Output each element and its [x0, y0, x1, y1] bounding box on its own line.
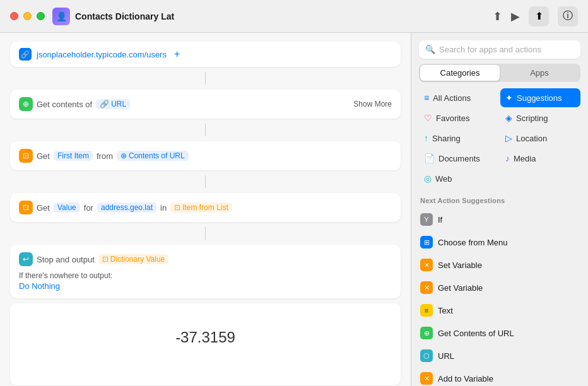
dict-icon: ⊡: [102, 255, 109, 264]
divider-2: [205, 124, 206, 136]
segment-control[interactable]: Categories Apps: [419, 64, 580, 82]
minimize-button[interactable]: [23, 12, 32, 20]
sug-icon-if: Y: [420, 213, 433, 226]
action-stop-output[interactable]: ↩ Stop and output ⊡ Dictionary Value If …: [10, 245, 401, 298]
action-label: Get contents of: [37, 100, 92, 109]
action-get-contents[interactable]: ⊕ Get contents of 🔗 URL Show More: [10, 90, 401, 119]
key-link[interactable]: address.geo.lat: [97, 202, 156, 213]
main-content: 🔗 jsonplaceholder.typicode.com/users + ⊕…: [0, 33, 588, 386]
right-panel: 🔍 Search for apps and actions Categories…: [411, 33, 588, 386]
action-get-value[interactable]: ⊡ Get Value for address.geo.lat in ⊡ Ite…: [10, 193, 401, 222]
play-button[interactable]: ▶: [511, 9, 520, 23]
storage-button[interactable]: ⬆: [529, 6, 549, 26]
action-icon-green: ⊕: [19, 97, 33, 111]
cat-sharing[interactable]: ↑ Sharing: [419, 129, 499, 148]
sug-label-add-variable: Add to Variable: [438, 374, 493, 383]
key-text: address.geo.lat: [101, 203, 153, 212]
app-icon: 👤: [52, 8, 70, 25]
item-text: Item from List: [182, 203, 228, 212]
cat-suggestions[interactable]: ✦ Suggestions: [500, 88, 580, 107]
do-nothing-link[interactable]: Do Nothing: [19, 281, 392, 291]
sug-label-choose-menu: Choose from Menu: [438, 238, 508, 247]
url-text: jsonplaceholder.typicode.com/users: [37, 50, 167, 59]
divider: [205, 72, 206, 85]
output-result-block: -37.3159: [10, 303, 401, 385]
cat-label-media: Media: [514, 154, 536, 163]
dict-value-link[interactable]: ⊡ Dictionary Value: [98, 254, 168, 264]
first-item-link[interactable]: First Item: [54, 151, 93, 161]
suggestion-get-contents-url[interactable]: ⊕ Get Contents of URL: [411, 322, 588, 344]
traffic-lights: [10, 12, 45, 20]
output-value: -37.3159: [175, 329, 235, 346]
show-more-button[interactable]: Show More: [353, 100, 392, 108]
action-get-first[interactable]: ⊡ Get First Item from ⊕ Contents of URL: [10, 141, 401, 170]
sug-icon-url: ⬡: [420, 349, 433, 362]
add-url-button[interactable]: +: [174, 49, 180, 60]
action-row: ⊕ Get contents of 🔗 URL Show More: [19, 97, 392, 111]
suggestion-set-variable[interactable]: ✕ Set Variable: [411, 254, 588, 276]
seg-apps[interactable]: Apps: [500, 65, 579, 81]
sug-icon-choose-menu: ⊞: [420, 236, 433, 249]
get-label: Get: [37, 151, 50, 161]
category-grid: ≡ All Actions ✦ Suggestions ♡ Favorites …: [419, 88, 580, 188]
sug-icon-text: ≡: [420, 304, 433, 317]
contents-link[interactable]: ⊕ Contents of URL: [117, 151, 189, 161]
cat-scripting[interactable]: ◈ Scripting: [500, 108, 580, 127]
divider-3: [205, 175, 206, 188]
suggestion-if[interactable]: Y If: [411, 208, 588, 231]
cat-icon-location: ▷: [505, 133, 512, 143]
suggestion-url[interactable]: ⬡ URL: [411, 344, 588, 367]
maximize-button[interactable]: [37, 12, 45, 20]
sug-label-if: If: [438, 215, 442, 225]
close-button[interactable]: [10, 12, 18, 20]
item-link[interactable]: ⊡ Item from List: [170, 202, 232, 213]
cat-icon-all: ≡: [424, 93, 429, 103]
item-icon: ⊡: [174, 203, 180, 212]
action-icon-teal: ↩: [19, 252, 33, 266]
url-link[interactable]: 🔗 URL: [96, 99, 130, 109]
window-title: Contacts Dictionary Lat: [75, 11, 493, 21]
cat-media[interactable]: ♪ Media: [500, 149, 580, 168]
cat-icon-favorites: ♡: [424, 113, 432, 123]
if-nowhere-text: If there's nowhere to output:: [19, 271, 392, 280]
action-icon-orange: ⊡: [19, 149, 33, 163]
dict-text: Dictionary Value: [110, 255, 165, 264]
cat-label-favorites: Favorites: [436, 114, 469, 123]
search-icon: 🔍: [425, 45, 435, 54]
upload-button[interactable]: ⬆: [493, 9, 502, 23]
sug-icon-set-variable: ✕: [420, 259, 433, 271]
sug-label-get-contents-url: Get Contents of URL: [438, 329, 514, 338]
url-block[interactable]: 🔗 jsonplaceholder.typicode.com/users +: [10, 42, 401, 67]
in-label: in: [160, 203, 167, 213]
action-row-4: ↩ Stop and output ⊡ Dictionary Value: [19, 252, 392, 266]
value-text: Value: [57, 203, 76, 212]
cat-location[interactable]: ▷ Location: [500, 129, 580, 148]
suggestion-list: Y If ⊞ Choose from Menu ✕ Set Variable ✕…: [411, 208, 588, 386]
first-item-text: First Item: [57, 151, 89, 160]
cat-all-actions[interactable]: ≡ All Actions: [419, 88, 499, 107]
suggestions-label: Next Action Suggestions: [420, 197, 579, 204]
for-label: for: [84, 203, 93, 213]
sug-icon-add-variable: ✕: [420, 372, 433, 385]
suggestion-choose-menu[interactable]: ⊞ Choose from Menu: [411, 231, 588, 254]
seg-categories[interactable]: Categories: [420, 65, 500, 81]
cat-documents[interactable]: 📄 Documents: [419, 149, 499, 168]
contents-icon: ⊕: [121, 151, 127, 160]
action-row-3: ⊡ Get Value for address.geo.lat in ⊡ Ite…: [19, 201, 392, 214]
workflow-canvas[interactable]: 🔗 jsonplaceholder.typicode.com/users + ⊕…: [0, 33, 411, 386]
cat-web[interactable]: ◎ Web: [419, 169, 499, 188]
url-link-icon: 🔗: [100, 100, 109, 108]
cat-favorites[interactable]: ♡ Favorites: [419, 108, 499, 127]
stop-label: Stop and output: [37, 255, 95, 264]
cat-label-web: Web: [435, 174, 452, 184]
info-button[interactable]: ⓘ: [558, 6, 578, 26]
suggestion-get-variable[interactable]: ✕ Get Variable: [411, 276, 588, 299]
value-link[interactable]: Value: [54, 202, 80, 213]
cat-label-sharing: Sharing: [432, 134, 461, 143]
suggestion-add-variable[interactable]: ✕ Add to Variable: [411, 367, 588, 386]
suggestion-text[interactable]: ≡ Text: [411, 299, 588, 322]
search-bar[interactable]: 🔍 Search for apps and actions: [419, 40, 580, 59]
cat-label-documents: Documents: [438, 154, 480, 163]
search-placeholder: Search for apps and actions: [439, 45, 541, 54]
cat-label-suggestions: Suggestions: [517, 93, 562, 103]
